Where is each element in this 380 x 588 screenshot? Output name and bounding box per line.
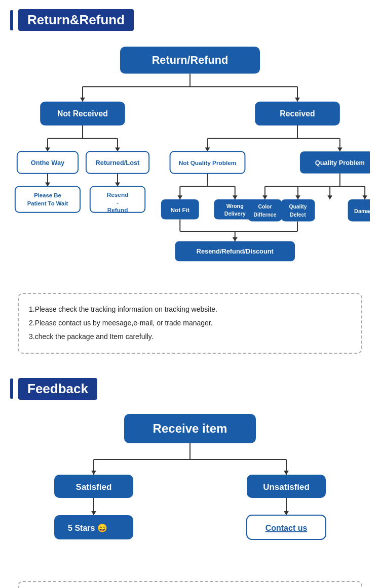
svg-text:Please Be: Please Be <box>34 192 61 198</box>
svg-text:Refund: Refund <box>107 206 128 214</box>
svg-text:Receive item: Receive item <box>153 422 227 435</box>
return-refund-info-box: 1.Please check the tracking information … <box>18 293 362 354</box>
svg-text:Resend/Refund/Discount: Resend/Refund/Discount <box>197 247 274 255</box>
return-refund-section: Return&Refund Return/Refund Not Received… <box>0 0 380 369</box>
return-refund-header: Return&Refund <box>10 9 370 31</box>
svg-text:Wrong: Wrong <box>226 203 244 209</box>
return-refund-chart: Return/Refund Not Received Received <box>10 40 370 288</box>
svg-marker-17 <box>115 147 120 151</box>
section-bar <box>10 10 13 30</box>
svg-text:Onthe Way: Onthe Way <box>31 159 65 166</box>
svg-marker-37 <box>205 147 210 151</box>
feedback-header: Feedback <box>10 378 370 400</box>
svg-marker-7 <box>295 98 300 102</box>
svg-text:Received: Received <box>280 109 315 118</box>
svg-marker-47 <box>177 195 182 199</box>
svg-text:-: - <box>117 199 119 206</box>
svg-marker-94 <box>284 511 289 515</box>
svg-text:Returned/Lost: Returned/Lost <box>96 159 140 166</box>
return-refund-svg: Return/Refund Not Received Received <box>10 40 370 288</box>
svg-marker-6 <box>80 98 85 102</box>
svg-text:Differnce: Differnce <box>253 212 276 218</box>
feedback-section: Feedback Receive item Satisfied Unsatisf… <box>0 369 380 588</box>
svg-text:Delivery: Delivery <box>224 211 246 217</box>
svg-text:Patient To Wait: Patient To Wait <box>27 200 68 206</box>
svg-text:Damage: Damage <box>354 208 370 214</box>
svg-text:Resend: Resend <box>107 191 129 198</box>
feedback-chart: Receive item Satisfied Unsatisfied 5 <box>10 409 370 576</box>
svg-text:Return/Refund: Return/Refund <box>152 54 229 66</box>
info-line-2: 2.Please contact us by meesage,e-mail, o… <box>29 317 351 329</box>
svg-marker-86 <box>284 471 289 475</box>
svg-text:Not Quality Problem: Not Quality Problem <box>179 159 237 166</box>
feedback-info-box: 1.Positive Feedback(5 stars) is very imp… <box>18 581 362 588</box>
feedback-svg: Receive item Satisfied Unsatisfied 5 <box>13 409 367 576</box>
svg-text:Not Received: Not Received <box>57 109 108 118</box>
svg-marker-16 <box>45 147 50 151</box>
feedback-section-bar <box>10 379 13 399</box>
svg-marker-61 <box>295 195 300 199</box>
svg-marker-38 <box>337 147 343 151</box>
feedback-title: Feedback <box>18 378 97 400</box>
info-line-1: 1.Please check the tracking information … <box>29 303 351 316</box>
return-refund-title: Return&Refund <box>18 9 134 31</box>
svg-marker-23 <box>45 182 50 186</box>
svg-text:Quality: Quality <box>289 204 307 209</box>
svg-text:Contact us: Contact us <box>265 524 308 532</box>
svg-marker-63 <box>362 195 367 199</box>
svg-marker-76 <box>233 237 238 241</box>
svg-text:5 Stars 😄: 5 Stars 😄 <box>68 523 107 533</box>
svg-rect-64 <box>248 199 282 221</box>
svg-text:Color: Color <box>258 204 272 209</box>
svg-text:Not Fit: Not Fit <box>171 206 190 214</box>
svg-marker-48 <box>233 195 238 199</box>
svg-marker-62 <box>327 195 332 199</box>
svg-rect-67 <box>281 199 315 221</box>
svg-marker-25 <box>115 182 120 186</box>
svg-text:Unsatisfied: Unsatisfied <box>263 482 310 492</box>
svg-text:Quality Problem: Quality Problem <box>315 159 365 166</box>
svg-marker-92 <box>91 511 96 515</box>
svg-rect-26 <box>15 186 80 212</box>
svg-marker-85 <box>91 471 96 475</box>
svg-marker-60 <box>262 195 268 199</box>
info-line-3: 3.check the package and Item carefully. <box>29 330 351 343</box>
svg-text:Satisfied: Satisfied <box>76 482 112 492</box>
svg-text:Defect: Defect <box>290 212 306 218</box>
